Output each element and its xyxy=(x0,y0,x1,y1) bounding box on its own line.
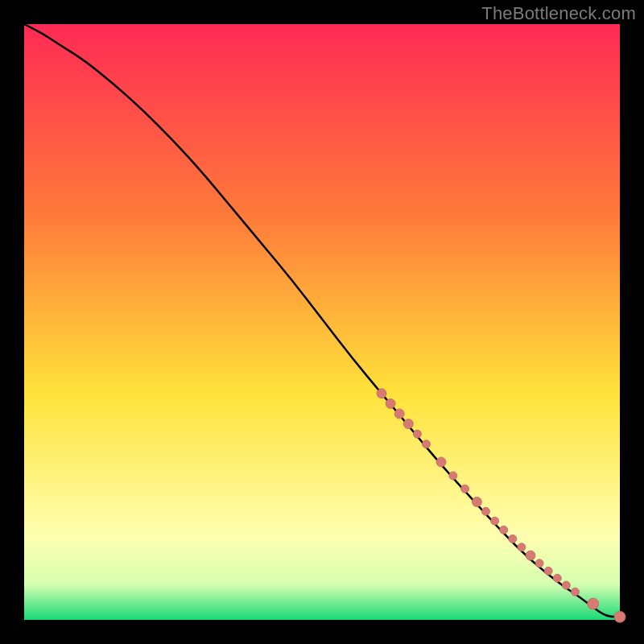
marker-point xyxy=(403,419,413,429)
marker-point xyxy=(588,598,599,609)
marker-point xyxy=(614,611,625,622)
marker-point xyxy=(544,567,552,575)
marker-point xyxy=(491,517,499,525)
marker-point xyxy=(518,543,526,551)
marker-point xyxy=(482,507,490,515)
marker-point xyxy=(509,535,517,543)
gradient-plot xyxy=(0,0,644,644)
plot-background xyxy=(24,24,620,620)
marker-point xyxy=(386,398,395,408)
marker-point xyxy=(461,485,469,493)
marker-point xyxy=(500,526,508,534)
marker-point xyxy=(562,581,570,589)
marker-point xyxy=(472,497,481,506)
marker-point xyxy=(377,389,386,398)
marker-point xyxy=(553,574,561,582)
marker-point xyxy=(413,430,421,438)
marker-point xyxy=(526,551,535,560)
marker-point xyxy=(394,409,404,419)
marker-point xyxy=(436,457,446,467)
marker-point xyxy=(572,588,580,596)
chart-frame: { "attribution": "TheBottleneck.com", "c… xyxy=(0,0,644,644)
marker-point xyxy=(423,440,431,448)
marker-point xyxy=(449,472,457,480)
marker-point xyxy=(535,559,543,568)
